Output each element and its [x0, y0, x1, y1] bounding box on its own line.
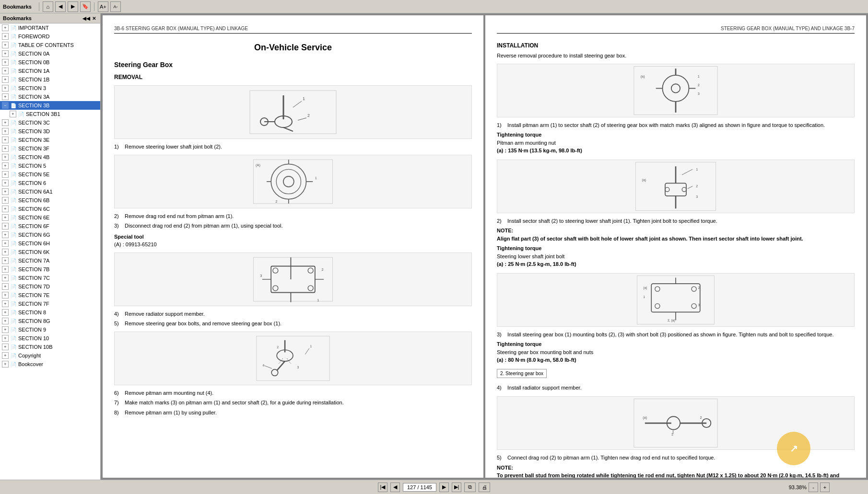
sidebar-expand-btn-16[interactable]: + [2, 162, 9, 169]
sidebar-expand-btn-5[interactable]: + [2, 68, 9, 74]
sidebar-item-19[interactable]: +📄SECTION 6A1 [0, 187, 100, 196]
sidebar-item-21[interactable]: +📄SECTION 6C [0, 205, 100, 213]
sidebar-item-32[interactable]: +📄SECTION 7F [0, 299, 100, 308]
sidebar-expand-btn-6[interactable]: + [2, 76, 9, 83]
sidebar-item-7[interactable]: +📄SECTION 3 [0, 84, 100, 92]
sidebar-item-11[interactable]: +📄SECTION 3C [0, 118, 100, 127]
first-page-button[interactable]: |◀ [378, 483, 387, 492]
sidebar-expand-btn-11[interactable]: + [2, 119, 9, 126]
sidebar-close-arrow[interactable]: ✕ [91, 15, 97, 22]
sidebar-item-22[interactable]: +📄SECTION 6E [0, 213, 100, 222]
sidebar-item-33[interactable]: +📄SECTION 8 [0, 308, 100, 317]
sidebar-expand-btn-14[interactable]: + [2, 145, 9, 152]
sidebar-item-9[interactable]: −📄SECTION 3B [0, 101, 100, 110]
sidebar-item-20[interactable]: +📄SECTION 6B [0, 196, 100, 205]
bookmark-back-button[interactable]: ◀ [55, 1, 66, 12]
sidebar-expand-btn-17[interactable]: + [2, 171, 9, 178]
sidebar-expand-btn-25[interactable]: + [2, 240, 9, 247]
removal-diagram-4: 1 2 3 4 [114, 332, 472, 385]
sidebar-expand-btn-32[interactable]: + [2, 300, 9, 307]
sidebar-item-29[interactable]: +📄SECTION 7C [0, 274, 100, 282]
step-3: 3) Disconnect drag rod end (2) from pitm… [114, 222, 472, 230]
font-increase-button[interactable]: A+ [98, 1, 108, 12]
sidebar-expand-btn-24[interactable]: + [2, 231, 9, 238]
copy-button[interactable]: ⧉ [464, 483, 476, 492]
sidebar-expand-btn-20[interactable]: + [2, 197, 9, 204]
sidebar-expand-btn-33[interactable]: + [2, 309, 9, 316]
sidebar-item-18[interactable]: +📄SECTION 6 [0, 179, 100, 187]
sidebar-item-27[interactable]: +📄SECTION 7A [0, 256, 100, 265]
sidebar-item-34[interactable]: +📄SECTION 8G [0, 317, 100, 325]
sidebar-expand-btn-3[interactable]: + [2, 50, 9, 57]
sidebar-expand-btn-1[interactable]: + [2, 33, 9, 40]
sidebar-item-35[interactable]: +📄SECTION 9 [0, 325, 100, 334]
last-page-button[interactable]: ▶| [452, 483, 461, 492]
sidebar-expand-btn-21[interactable]: + [2, 206, 9, 212]
sidebar-item-28[interactable]: +📄SECTION 7B [0, 265, 100, 274]
print-button[interactable]: 🖨 [479, 483, 490, 492]
sidebar-expand-btn-28[interactable]: + [2, 266, 9, 273]
sidebar-expand-btn-15[interactable]: + [2, 154, 9, 161]
sidebar-expand-btn-35[interactable]: + [2, 326, 9, 333]
sidebar-expand-btn-13[interactable]: + [2, 137, 9, 143]
sidebar-item-1[interactable]: +📄FOREWORD [0, 32, 100, 41]
sidebar-expand-btn-8[interactable]: + [2, 93, 9, 100]
sidebar-item-15[interactable]: +📄SECTION 4B [0, 153, 100, 161]
prev-page-button[interactable]: ◀ [390, 483, 400, 492]
sidebar-expand-btn-22[interactable]: + [2, 214, 9, 221]
sidebar-item-0[interactable]: +📄IMPORTANT [0, 23, 100, 32]
sidebar-item-14[interactable]: +📄SECTION 3F [0, 144, 100, 153]
next-page-button[interactable]: ▶ [439, 483, 449, 492]
sidebar-item-30[interactable]: +📄SECTION 7D [0, 282, 100, 291]
sidebar-expand-btn-26[interactable]: + [2, 249, 9, 255]
zoom-in-button[interactable]: + [820, 483, 830, 492]
sidebar-expand-btn-36[interactable]: + [2, 335, 9, 342]
sidebar-expand-btn-4[interactable]: + [2, 59, 9, 66]
sidebar-item-31[interactable]: +📄SECTION 7E [0, 291, 100, 299]
sidebar-expand-btn-38[interactable]: + [2, 352, 9, 359]
sidebar-expand-btn-27[interactable]: + [2, 257, 9, 264]
sidebar-expand-btn-30[interactable]: + [2, 283, 9, 290]
sidebar-expand-btn-2[interactable]: + [2, 42, 9, 48]
sidebar-item-16[interactable]: +📄SECTION 5 [0, 161, 100, 170]
sidebar-expand-btn-12[interactable]: + [2, 128, 9, 135]
sidebar-expand-btn-7[interactable]: + [2, 85, 9, 92]
sidebar-item-37[interactable]: +📄SECTION 10B [0, 343, 100, 351]
sidebar-item-6[interactable]: +📄SECTION 1B [0, 75, 100, 84]
page-number-input[interactable]: 127 / 1145 [403, 483, 436, 492]
sidebar-item-13[interactable]: +📄SECTION 3E [0, 136, 100, 144]
sidebar-item-4[interactable]: +📄SECTION 0B [0, 58, 100, 67]
sidebar-expand-btn-10[interactable]: + [10, 111, 16, 117]
sidebar-item-25[interactable]: +📄SECTION 6H [0, 239, 100, 248]
sidebar-item-5[interactable]: +📄SECTION 1A [0, 67, 100, 75]
sidebar-item-2[interactable]: +📄TABLE OF CONTENTS [0, 41, 100, 49]
sidebar-expand-btn-9[interactable]: − [2, 102, 9, 109]
sidebar-item-24[interactable]: +📄SECTION 6G [0, 230, 100, 239]
sidebar-item-36[interactable]: +📄SECTION 10 [0, 334, 100, 343]
home-button[interactable]: ⌂ [43, 1, 53, 12]
sidebar-expand-btn-34[interactable]: + [2, 318, 9, 324]
sidebar-expand-btn-0[interactable]: + [2, 24, 9, 31]
svg-text:4: 4 [263, 363, 265, 367]
sidebar-item-26[interactable]: +📄SECTION 6K [0, 248, 100, 256]
sidebar-expand-btn-18[interactable]: + [2, 180, 9, 186]
sidebar-collapse-arrow[interactable]: ◀◀ [83, 15, 90, 22]
sidebar-item-3[interactable]: +📄SECTION 0A [0, 49, 100, 58]
bookmark-forward-button[interactable]: ▶ [68, 1, 78, 12]
sidebar-item-17[interactable]: +📄SECTION 5E [0, 170, 100, 179]
sidebar-expand-btn-23[interactable]: + [2, 223, 9, 230]
sidebar-item-8[interactable]: +📄SECTION 3A [0, 92, 100, 101]
sidebar-item-10[interactable]: +📄SECTION 3B1 [0, 110, 100, 118]
sidebar-item-38[interactable]: +📄Copyright [0, 351, 100, 360]
sidebar-expand-btn-31[interactable]: + [2, 292, 9, 299]
sidebar-expand-btn-19[interactable]: + [2, 188, 9, 195]
sidebar-expand-btn-39[interactable]: + [2, 361, 9, 368]
zoom-out-button[interactable]: - [809, 483, 818, 492]
sidebar-item-23[interactable]: +📄SECTION 6F [0, 222, 100, 230]
font-decrease-button[interactable]: A- [110, 1, 121, 12]
add-bookmark-button[interactable]: 🔖 [80, 1, 91, 12]
sidebar-item-39[interactable]: +📄Bookcover [0, 360, 100, 368]
sidebar-item-12[interactable]: +📄SECTION 3D [0, 127, 100, 136]
sidebar-expand-btn-37[interactable]: + [2, 344, 9, 350]
sidebar-expand-btn-29[interactable]: + [2, 275, 9, 281]
